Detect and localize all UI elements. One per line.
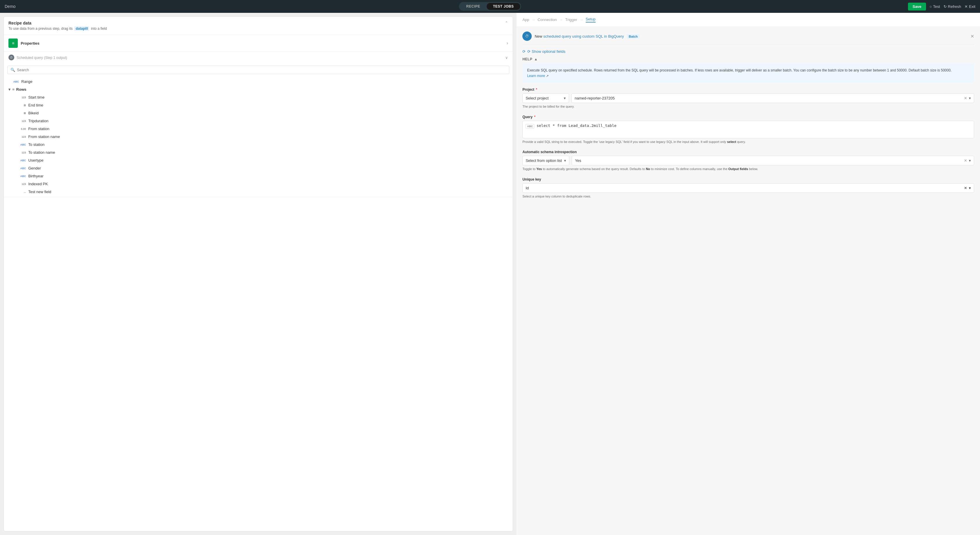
project-field: Project * Select project ▾ named-reporte…: [522, 88, 974, 109]
list-item: 123 From station name: [4, 133, 513, 141]
auto-schema-value[interactable]: Yes ✕ ▾: [572, 156, 974, 166]
close-trigger-button[interactable]: ✕: [970, 33, 974, 39]
app-title: Demo: [5, 4, 16, 9]
dropdown-label: Select project: [526, 96, 549, 100]
scheduled-icon: ⏱: [8, 54, 14, 61]
tab-switcher: RECIPE TEST JOBS: [459, 2, 521, 11]
field-name: Range: [21, 80, 32, 84]
unique-key-input[interactable]: Id ✕ ▾: [522, 183, 974, 193]
properties-icon: ≡: [8, 38, 18, 48]
test-action[interactable]: ○ Test: [929, 4, 940, 9]
clear-key-button[interactable]: ✕: [964, 186, 967, 190]
auto-schema-label: Automatic schema introspection: [522, 150, 974, 154]
required-indicator: *: [536, 88, 537, 92]
project-select[interactable]: Select project ▾: [522, 93, 569, 103]
tab-test-jobs[interactable]: TEST JOBS: [487, 3, 520, 10]
yes-keyword: Yes: [536, 167, 542, 170]
list-item: 123 Indexed PK: [4, 180, 513, 188]
type-badge: ABC: [11, 80, 19, 83]
select-keyword: select: [727, 140, 736, 143]
field-name: From station name: [28, 134, 60, 139]
scheduled-label: Scheduled query (Step 1 output): [17, 56, 67, 60]
type-badge: 123: [18, 151, 26, 154]
batch-badge: Batch: [627, 34, 640, 39]
query-input[interactable]: ABC select * from Lead_data.2mill_table: [522, 121, 974, 138]
type-badge: 123: [18, 135, 26, 138]
breadcrumb-setup[interactable]: Setup: [585, 17, 596, 22]
clear-project-button[interactable]: ✕: [964, 96, 967, 100]
clear-schema-button[interactable]: ✕: [964, 158, 967, 163]
breadcrumb-arrow-3: →: [579, 18, 583, 22]
rows-group[interactable]: ▾ ≡ Rows: [4, 86, 513, 93]
list-item: ABC Usertype: [4, 156, 513, 164]
breadcrumb-connection[interactable]: Connection: [538, 18, 557, 22]
auto-schema-input-row: Select from option list ▾ Yes ✕ ▾: [522, 156, 974, 166]
topnav-actions: Save ○ Test ↻ Refresh ✕ Exit: [908, 3, 975, 11]
list-item: ABC Range: [4, 78, 513, 86]
trigger-header: ⏱ New scheduled query using custom SQL i…: [522, 32, 974, 45]
field-name: Bikeid: [28, 111, 38, 115]
query-hint: Provide a valid SQL string to be execute…: [522, 139, 974, 144]
learn-more-link[interactable]: Learn more: [527, 74, 545, 78]
list-item: 0.00 From station: [4, 125, 513, 133]
collapse-icon[interactable]: ⌃: [505, 21, 508, 25]
field-name: Start time: [28, 95, 45, 99]
group-arrow: ▾: [8, 87, 11, 92]
field-name: Birthyear: [28, 174, 43, 178]
trigger-link[interactable]: scheduled query using custom SQL in BigQ…: [543, 34, 624, 38]
project-value: named-reporter-237205: [574, 96, 614, 100]
tab-recipe[interactable]: RECIPE: [460, 3, 487, 10]
breadcrumb: App → Connection → Trigger → Setup: [517, 13, 980, 27]
field-name: Indexed PK: [28, 182, 48, 186]
unique-key-field: Unique key Id ✕ ▾ Select a unique key co…: [522, 177, 974, 199]
expand-schema-icon[interactable]: ▾: [969, 158, 971, 163]
field-name: Gender: [28, 166, 41, 170]
circle-check-icon: ○: [929, 4, 932, 9]
breadcrumb-trigger[interactable]: Trigger: [565, 18, 577, 22]
project-input-row: Select project ▾ named-reporter-237205 ✕…: [522, 93, 974, 103]
output-fields-keyword: Output fields: [728, 167, 748, 170]
project-value-input[interactable]: named-reporter-237205 ✕ ▾: [571, 93, 974, 103]
auto-schema-select[interactable]: Select from option list ▾: [522, 156, 570, 166]
list-item: ABC Gender: [4, 164, 513, 172]
query-value: select * from Lead_data.2mill_table: [537, 123, 971, 128]
optional-icon: ⟳: [522, 49, 526, 54]
expand-project-icon[interactable]: ▾: [969, 96, 971, 100]
type-badge: ABC: [18, 159, 26, 162]
help-box: Execute SQL query on specified schedule.…: [522, 64, 974, 83]
query-field: Query * ABC select * from Lead_data.2mil…: [522, 115, 974, 144]
refresh-icon: ↻: [943, 4, 947, 9]
chevron-down-icon: ▾: [564, 96, 566, 100]
type-badge: 123: [18, 96, 26, 99]
properties-label: Properties: [21, 41, 507, 46]
breadcrumb-arrow-1: →: [531, 18, 535, 22]
trigger-icon: ⏱: [522, 32, 532, 41]
search-input[interactable]: [17, 68, 506, 72]
datapill-badge[interactable]: datapill: [74, 26, 89, 31]
project-label: Project *: [522, 88, 974, 92]
type-badge: 123: [18, 183, 26, 186]
save-button[interactable]: Save: [908, 3, 926, 11]
scheduled-chevron: ∨: [505, 56, 508, 60]
properties-section[interactable]: ≡ Properties ›: [4, 35, 513, 52]
recipe-data-subtitle: To use data from a previous step, drag i…: [8, 27, 107, 30]
breadcrumb-app[interactable]: App: [522, 18, 529, 22]
unique-key-hint: Select a unique key column to deduplicat…: [522, 194, 974, 199]
refresh-action[interactable]: ↻ Refresh: [943, 4, 961, 9]
field-name: End time: [28, 103, 43, 107]
fields-list: ABC Range ▾ ≡ Rows 123 Start time ⊞ End …: [4, 76, 513, 197]
type-badge: ABC: [18, 175, 26, 178]
auto-schema-hint: Toggle to Yes to automatically generate …: [522, 167, 974, 172]
expand-key-icon[interactable]: ▾: [969, 186, 971, 190]
help-toggle[interactable]: HELP ▲: [522, 57, 974, 61]
unique-key-value: Id: [526, 186, 962, 190]
show-optional-button[interactable]: ⟳ ⟳ Show optional fields: [522, 49, 974, 54]
scheduled-header[interactable]: ⏱ Scheduled query (Step 1 output) ∨: [4, 52, 513, 63]
list-item: ABC To station: [4, 141, 513, 148]
required-indicator: *: [534, 115, 536, 119]
trigger-title: New scheduled query using custom SQL in …: [535, 34, 970, 38]
exit-action[interactable]: ✕ Exit: [964, 4, 975, 9]
list-item: ABC Birthyear: [4, 172, 513, 180]
search-bar[interactable]: 🔍: [7, 65, 509, 74]
auto-schema-field: Automatic schema introspection Select fr…: [522, 150, 974, 172]
